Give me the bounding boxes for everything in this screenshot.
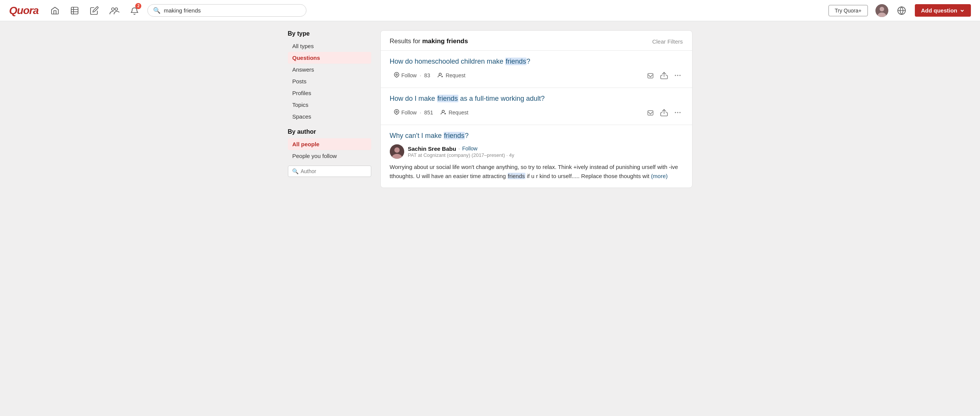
try-quora-button[interactable]: Try Quora+ <box>829 5 868 16</box>
svg-point-26 <box>677 112 678 113</box>
sidebar-item-topics[interactable]: Topics <box>288 99 371 111</box>
result-actions-q1: Follow · 83 Request <box>390 70 683 81</box>
request-button-q1[interactable]: Request <box>434 70 469 81</box>
sidebar-item-profiles[interactable]: Profiles <box>288 87 371 99</box>
author-info: Sachin Sree Babu · Follow PAT at Cogniza… <box>408 145 514 158</box>
svg-rect-0 <box>71 7 78 14</box>
result-item-q3: Why can't I make friends? Sachin Sree Ba… <box>381 125 692 188</box>
feed-icon[interactable] <box>68 5 81 17</box>
author-search-icon: 🔍 <box>292 168 299 174</box>
share-button-q2[interactable] <box>659 107 669 118</box>
sidebar-item-all-people[interactable]: All people <box>288 138 371 150</box>
results-query: making friends <box>422 38 468 45</box>
more-link[interactable]: (more) <box>651 173 668 179</box>
svg-rect-23 <box>648 111 653 115</box>
author-name-row: Sachin Sree Babu · Follow <box>408 145 514 152</box>
author-search[interactable]: 🔍 <box>288 166 371 177</box>
results-header: Results for making friends Clear Filters <box>381 31 692 51</box>
svg-point-10 <box>396 74 398 75</box>
quora-logo[interactable]: Quora <box>9 5 38 17</box>
result-item-q1: How do homeschooled children make friend… <box>381 51 692 88</box>
people-icon[interactable] <box>108 5 121 17</box>
clear-filters-button[interactable]: Clear Filters <box>652 38 683 45</box>
svg-point-29 <box>395 147 400 153</box>
request-icon-q1 <box>438 72 444 79</box>
svg-point-19 <box>396 111 398 113</box>
notifications-icon[interactable]: 2 <box>129 5 140 17</box>
question-link-q3[interactable]: Why can't I make friends? <box>390 132 683 140</box>
by-author-label: By author <box>288 128 371 135</box>
follow-button-q1[interactable]: Follow · 83 <box>390 70 434 81</box>
more-button-q2[interactable] <box>672 107 683 118</box>
share-button-q1[interactable] <box>659 70 669 81</box>
follow-icon-q1 <box>394 72 400 79</box>
by-type-label: By type <box>288 30 371 37</box>
question-link-q1[interactable]: How do homeschooled children make friend… <box>390 57 683 65</box>
svg-point-20 <box>442 110 444 113</box>
search-bar[interactable]: 🔍 <box>147 4 307 17</box>
q1-right-actions <box>645 70 683 81</box>
svg-point-4 <box>112 8 115 10</box>
svg-point-17 <box>677 75 678 76</box>
q2-right-actions <box>645 107 683 118</box>
sidebar-item-all-types[interactable]: All types <box>288 40 371 52</box>
language-icon[interactable] <box>896 5 907 16</box>
follow-icon-q2 <box>394 109 400 116</box>
search-input[interactable] <box>164 7 301 14</box>
sidebar: By type All typesQuestionsAnswersPostsPr… <box>288 30 371 188</box>
sidebar-item-answers[interactable]: Answers <box>288 64 371 75</box>
sidebar-item-spaces[interactable]: Spaces <box>288 111 371 123</box>
result-item-q2: How do I make friends as a full-time wor… <box>381 88 692 125</box>
results-title: Results for making friends <box>390 38 468 45</box>
sidebar-item-people-follow[interactable]: People you follow <box>288 150 371 162</box>
notification-badge: 2 <box>135 3 141 9</box>
author-meta: PAT at Cognizant (company) (2017–present… <box>408 152 514 158</box>
sidebar-item-posts[interactable]: Posts <box>288 75 371 87</box>
follow-button-q2[interactable]: Follow · 851 <box>390 108 437 118</box>
request-button-q2[interactable]: Request <box>437 108 472 118</box>
write-icon[interactable] <box>88 5 100 17</box>
downvote-button-q1[interactable] <box>645 70 656 81</box>
svg-rect-14 <box>648 73 653 78</box>
downvote-button-q2[interactable] <box>645 107 656 118</box>
author-follow-button[interactable]: Follow <box>462 145 477 151</box>
sidebar-item-questions[interactable]: Questions <box>288 52 371 64</box>
answer-text: Worrying about ur social life won't chan… <box>390 163 683 181</box>
add-question-button[interactable]: Add question <box>915 4 971 17</box>
search-icon: 🔍 <box>153 7 161 14</box>
author-name: Sachin Sree Babu <box>408 145 457 152</box>
results-panel: Results for making friends Clear Filters… <box>380 30 692 188</box>
svg-point-18 <box>679 75 680 76</box>
svg-point-16 <box>675 75 676 76</box>
svg-point-27 <box>679 112 680 113</box>
avatar[interactable] <box>875 4 888 17</box>
more-button-q1[interactable] <box>672 70 683 81</box>
author-input[interactable] <box>301 168 367 174</box>
svg-point-7 <box>880 7 884 11</box>
request-icon-q2 <box>441 109 447 116</box>
page-content: By type All typesQuestionsAnswersPostsPr… <box>282 21 698 197</box>
author-avatar <box>390 144 404 159</box>
result-actions-q2: Follow · 851 Request <box>390 107 683 118</box>
home-icon[interactable] <box>49 5 61 17</box>
svg-point-11 <box>439 73 441 75</box>
navbar: Quora 2 <box>0 0 980 21</box>
question-link-q2[interactable]: How do I make friends as a full-time wor… <box>390 95 683 103</box>
svg-point-25 <box>675 112 676 113</box>
answer-author-row: Sachin Sree Babu · Follow PAT at Cogniza… <box>390 144 683 159</box>
svg-point-5 <box>115 8 118 10</box>
